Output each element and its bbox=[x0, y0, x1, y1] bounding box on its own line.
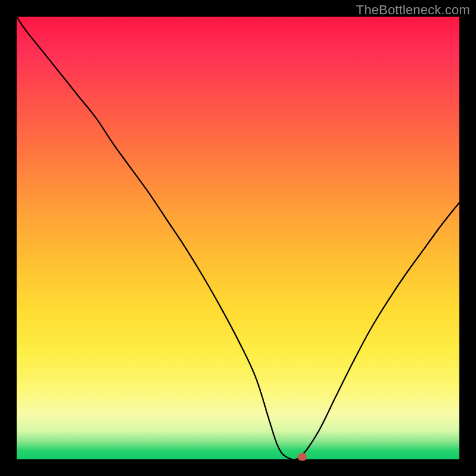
chart-frame: TheBottleneck.com bbox=[0, 0, 476, 476]
bottleneck-curve bbox=[17, 17, 459, 459]
plot-area bbox=[17, 17, 459, 459]
optimal-point-marker bbox=[298, 453, 306, 461]
watermark-text: TheBottleneck.com bbox=[356, 2, 470, 18]
